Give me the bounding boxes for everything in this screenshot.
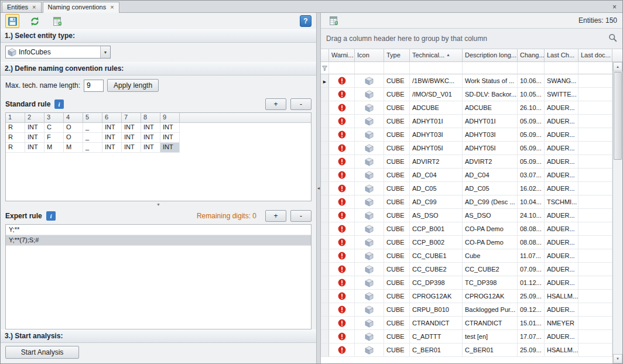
- grid-col-header[interactable]: Last Ch...: [545, 49, 578, 62]
- standard-rule-cell[interactable]: INT: [160, 133, 180, 143]
- table-row[interactable]: CUBECC_DP398TC_DP39801.12...ADUER...: [321, 276, 612, 290]
- export-button[interactable]: [50, 14, 64, 28]
- apply-length-button[interactable]: Apply length: [107, 79, 159, 92]
- standard-rule-cell[interactable]: INT: [141, 143, 160, 153]
- grid-col-header[interactable]: Description long...: [463, 49, 518, 62]
- filter-cell[interactable]: [355, 62, 384, 74]
- filter-cell[interactable]: [578, 62, 612, 74]
- standard-rule-cell[interactable]: _: [83, 143, 102, 153]
- expert-rule-row[interactable]: Y;**: [6, 225, 311, 235]
- standard-rule-cell[interactable]: R: [6, 143, 25, 153]
- filter-cell[interactable]: [410, 62, 463, 74]
- filter-row-indicator[interactable]: [321, 62, 329, 74]
- table-row[interactable]: CUBEADCUBEADCUBE26.10...ADUER...: [321, 101, 612, 115]
- table-row[interactable]: CUBECC_CUBE1Cube11.07...ADUER...: [321, 249, 612, 263]
- info-icon[interactable]: i: [46, 211, 56, 221]
- entity-type-dropdown[interactable]: InfoCubes ▼: [5, 46, 111, 59]
- remove-standard-rule-button[interactable]: -: [290, 98, 312, 110]
- standard-rule-cell[interactable]: INT: [141, 133, 160, 143]
- grid-col-header[interactable]: Chang...: [518, 49, 545, 62]
- help-button[interactable]: ?: [300, 15, 312, 27]
- standard-rule-cell[interactable]: INT: [25, 123, 44, 133]
- standard-rule-cell[interactable]: C: [44, 123, 64, 133]
- standard-rule-col-header[interactable]: 7: [122, 113, 141, 123]
- table-row[interactable]: CUBEADHYT03IADHYT03I05.09...ADUER...: [321, 128, 612, 142]
- table-row[interactable]: CUBEAS_DSOAS_DSO24.10...ADUER...: [321, 209, 612, 222]
- standard-rule-cell[interactable]: INT: [141, 123, 160, 133]
- table-row[interactable]: CUBECTRANDICTCTRANDICT15.01...NMEYER: [321, 317, 612, 330]
- filter-cell[interactable]: [463, 62, 518, 74]
- filter-cell[interactable]: [545, 62, 578, 74]
- table-row[interactable]: CUBEADHYT01IADHYT01I05.09...ADUER...: [321, 115, 612, 128]
- standard-rule-cell[interactable]: M: [64, 143, 83, 153]
- standard-rule-cell[interactable]: INT: [122, 133, 141, 143]
- table-row[interactable]: CUBEADVIRT2ADVIRT205.09...ADUER...: [321, 155, 612, 169]
- start-analysis-button[interactable]: Start Analysis: [5, 346, 79, 359]
- chevron-down-icon[interactable]: ▼: [100, 46, 110, 58]
- close-icon[interactable]: ×: [32, 5, 36, 10]
- grid-col-header[interactable]: Last doc...: [578, 49, 612, 62]
- standard-rule-cell[interactable]: INT: [25, 133, 44, 143]
- standard-rule-cell[interactable]: R: [6, 123, 25, 133]
- table-row[interactable]: CUBE/IMO/SD_V01SD-DLV: Backor...10.05...…: [321, 88, 612, 101]
- standard-rule-col-header[interactable]: 3: [44, 113, 64, 123]
- add-standard-rule-button[interactable]: +: [265, 98, 286, 110]
- scrollbar-track[interactable]: [613, 160, 622, 354]
- panel-splitter[interactable]: ◄: [317, 13, 321, 363]
- filter-cell[interactable]: [384, 62, 410, 74]
- filter-cell[interactable]: [518, 62, 545, 74]
- collapse-handle[interactable]: ▼: [1, 201, 316, 208]
- standard-rule-col-header[interactable]: 9: [160, 113, 180, 123]
- remove-expert-rule-button[interactable]: -: [290, 210, 312, 222]
- table-row[interactable]: ▶CUBE/1BW/BWKC...Work Status of ...10.06…: [321, 74, 612, 88]
- standard-rule-cell[interactable]: O: [64, 133, 83, 143]
- standard-rule-cell[interactable]: O: [64, 123, 83, 133]
- tab-entities[interactable]: Entities ×: [2, 2, 42, 12]
- table-row[interactable]: CUBEADHYT05IADHYT05I05.09...ADUER...: [321, 142, 612, 155]
- standard-rule-cell[interactable]: F: [44, 133, 64, 143]
- table-row[interactable]: CUBECC_CUBE2CC_CUBE207.09...ADUER...: [321, 263, 612, 276]
- table-row[interactable]: CUBEAD_C04AD_C0403.07...ADUER...: [321, 169, 612, 182]
- grid-col-header[interactable]: Technical...▲: [410, 49, 463, 62]
- standard-rule-cell[interactable]: INT: [25, 143, 44, 153]
- refresh-button[interactable]: [28, 14, 42, 28]
- scrollbar-thumb[interactable]: [614, 72, 622, 160]
- standard-rule-col-header[interactable]: 8: [141, 113, 160, 123]
- close-icon[interactable]: ×: [609, 3, 620, 12]
- group-by-bar[interactable]: Drag a column header here to group by th…: [321, 28, 622, 49]
- table-row[interactable]: CUBECPROG12AKCPROG12AK25.09...HSALLM...: [321, 290, 612, 303]
- max-length-input[interactable]: [84, 80, 104, 92]
- standard-rule-cell[interactable]: _: [83, 133, 102, 143]
- standard-rule-cell[interactable]: INT: [102, 123, 122, 133]
- grid-col-header[interactable]: Type: [384, 49, 410, 62]
- table-row[interactable]: CUBEC_BER01C_BER0125.09...HSALLM...: [321, 344, 612, 357]
- filter-cell[interactable]: [329, 62, 355, 74]
- standard-rule-cell[interactable]: M: [44, 143, 64, 153]
- table-row[interactable]: CUBECRPU_B010Backlogged Pur...09.12...AD…: [321, 303, 612, 317]
- standard-rule-col-header[interactable]: 4: [64, 113, 83, 123]
- table-row[interactable]: CUBEC_ADTTTtest [en]17.07...ADUER...: [321, 330, 612, 344]
- add-expert-rule-button[interactable]: +: [265, 210, 286, 222]
- standard-rule-col-header[interactable]: 6: [102, 113, 122, 123]
- table-row[interactable]: CUBEAD_C99AD_C99 (Desc ...10.04...TSCHMI…: [321, 195, 612, 209]
- vertical-scrollbar[interactable]: ▲ ▼: [612, 62, 622, 363]
- close-icon[interactable]: ×: [110, 5, 114, 10]
- scroll-down-button[interactable]: ▼: [613, 354, 622, 363]
- standard-rule-cell[interactable]: INT: [160, 123, 180, 133]
- standard-rule-cell[interactable]: R: [6, 133, 25, 143]
- expert-rule-row[interactable]: Y;**(7);S;#: [6, 235, 311, 246]
- table-row[interactable]: CUBECCP_B001CO-PA Demo08.08...ADUER...: [321, 222, 612, 236]
- export-button[interactable]: [326, 13, 340, 28]
- grid-col-header[interactable]: Icon: [355, 49, 384, 62]
- table-row[interactable]: CUBECCP_B002CO-PA Demo08.08...ADUER...: [321, 236, 612, 249]
- scroll-up-button[interactable]: ▲: [613, 62, 622, 71]
- standard-rule-cell[interactable]: INT: [122, 123, 141, 133]
- standard-rule-cell[interactable]: INT: [160, 143, 180, 153]
- standard-rule-cell[interactable]: INT: [122, 143, 141, 153]
- save-button[interactable]: [5, 14, 19, 28]
- standard-rule-col-header[interactable]: 1: [6, 113, 25, 123]
- grid-col-header[interactable]: Warni...: [329, 49, 355, 62]
- standard-rule-cell[interactable]: INT: [102, 143, 122, 153]
- standard-rule-col-header[interactable]: 5: [83, 113, 102, 123]
- standard-rule-col-header[interactable]: 2: [25, 113, 44, 123]
